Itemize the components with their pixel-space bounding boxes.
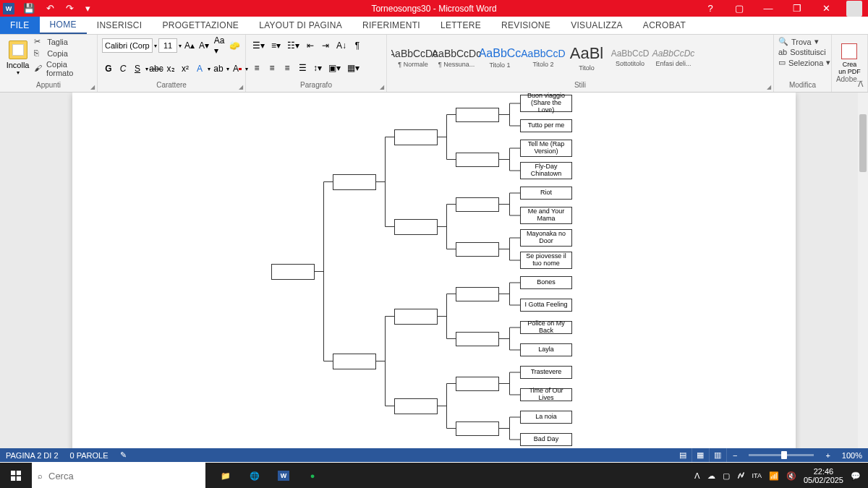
shrink-font-button[interactable]: A▾ — [197, 38, 210, 53]
proofing-icon[interactable]: ✎ — [114, 450, 132, 460]
paste-button[interactable]: Incolla ▾ — [4, 37, 31, 79]
taskbar-search[interactable]: ⌕ — [32, 463, 205, 488]
tab-insert[interactable]: INSERISCI — [87, 17, 153, 34]
qat-customize-button[interactable]: ▾ — [82, 3, 93, 14]
italic-button[interactable]: C — [116, 61, 129, 76]
cut-button[interactable]: ✂Taglia — [34, 37, 93, 47]
style-item-1[interactable]: AaBbCcDc¶ Nessuna... — [435, 37, 478, 79]
zoom-in-button[interactable]: + — [820, 451, 835, 460]
grow-font-button[interactable]: A▴ — [183, 38, 196, 53]
create-pdf-button[interactable]: Creaun PDF — [838, 43, 861, 75]
select-button[interactable]: ▭Seleziona ▾ — [778, 58, 827, 67]
font-size-combo[interactable] — [158, 38, 177, 53]
scrollbar-thumb[interactable] — [859, 114, 867, 172]
style-item-2[interactable]: AaBbCcTitolo 1 — [478, 37, 522, 79]
zoom-slider[interactable] — [749, 454, 814, 456]
web-layout-button[interactable]: ▥ — [710, 448, 727, 462]
tab-layout[interactable]: LAYOUT DI PAGINA — [249, 17, 352, 34]
ribbon-tabs: FILE HOME INSERISCI PROGETTAZIONE LAYOUT… — [0, 17, 868, 35]
tray-notifications-icon[interactable]: 💬 — [851, 471, 861, 481]
clear-format-button[interactable]: 🧽 — [228, 38, 241, 53]
read-mode-button[interactable]: ▤ — [675, 448, 692, 462]
subscript-button[interactable]: x₂ — [164, 61, 177, 76]
tab-mailings[interactable]: LETTERE — [430, 17, 491, 34]
strike-button[interactable]: abc — [150, 61, 163, 76]
align-left-button[interactable]: ≡ — [250, 61, 263, 75]
word-count[interactable]: 0 PAROLE — [64, 451, 114, 460]
qat-undo-button[interactable]: ↶ — [43, 3, 57, 14]
tab-view[interactable]: VISUALIZZA — [561, 17, 633, 34]
zoom-out-button[interactable]: − — [727, 451, 743, 460]
zoom-level[interactable]: 100% — [836, 451, 868, 460]
change-case-button[interactable]: Aa ▾ — [212, 38, 226, 53]
taskbar-search-input[interactable] — [48, 471, 200, 481]
print-layout-button[interactable]: ▦ — [692, 448, 710, 462]
taskbar-word[interactable]: W — [269, 463, 298, 488]
taskbar-spotify[interactable]: ● — [298, 463, 327, 488]
tray-onedrive-icon[interactable]: ☁ — [707, 471, 715, 481]
align-center-button[interactable]: ≡ — [265, 61, 278, 75]
maximize-button[interactable]: ❐ — [783, 0, 812, 17]
tray-meet-icon[interactable]: ▢ — [723, 471, 730, 481]
style-item-4[interactable]: AaBlTitolo — [565, 37, 608, 79]
style-item-5[interactable]: AaBbCcDSottotitolo — [608, 37, 652, 79]
tab-acrobat[interactable]: ACROBAT — [633, 17, 696, 34]
font-dialog-launcher[interactable]: ◢ — [239, 84, 243, 90]
style-item-0[interactable]: AaBbCcDc¶ Normale — [391, 37, 435, 79]
help-button[interactable]: ? — [696, 0, 725, 17]
style-item-6[interactable]: AaBbCcDcEnfasi deli... — [652, 37, 695, 79]
tray-language[interactable]: ITA — [752, 472, 762, 479]
indent-inc-button[interactable]: ⇥ — [319, 38, 332, 53]
tab-file[interactable]: FILE — [0, 17, 40, 34]
font-color-button[interactable]: A — [231, 61, 244, 76]
tray-clock[interactable]: 22:46 05/02/2025 — [804, 467, 843, 484]
taskbar-chrome[interactable]: 🌐 — [240, 463, 269, 488]
numbering-button[interactable]: ≡▾ — [269, 38, 283, 53]
copy-button[interactable]: ⎘Copia — [34, 48, 93, 59]
tab-references[interactable]: RIFERIMENTI — [352, 17, 430, 34]
show-marks-button[interactable]: ¶ — [351, 38, 364, 53]
format-painter-button[interactable]: 🖌Copia formato — [34, 60, 93, 77]
page-indicator[interactable]: PAGINA 2 DI 2 — [0, 451, 64, 460]
indent-dec-button[interactable]: ⇤ — [304, 38, 317, 53]
qat-redo-button[interactable]: ↷ — [63, 3, 77, 14]
justify-button[interactable]: ☰ — [296, 61, 309, 75]
tray-wifi-icon[interactable]: 📶 — [769, 471, 779, 481]
tab-design[interactable]: PROGETTAZIONE — [152, 17, 249, 34]
bullets-button[interactable]: ☰▾ — [250, 38, 267, 53]
borders-button[interactable]: ▦▾ — [345, 61, 362, 75]
align-right-button[interactable]: ≡ — [281, 61, 294, 75]
font-name-combo[interactable] — [102, 38, 153, 53]
minimize-button[interactable]: — — [754, 0, 783, 17]
tray-battery-icon[interactable]: 🗲 — [737, 471, 745, 480]
style-item-3[interactable]: AaBbCcDTitolo 2 — [522, 37, 565, 79]
find-button[interactable]: 🔍Trova ▾ — [778, 37, 827, 46]
line-spacing-button[interactable]: ↕▾ — [311, 61, 324, 75]
tray-chevron[interactable]: ᐱ — [694, 471, 700, 481]
multilevel-button[interactable]: ☷▾ — [285, 38, 302, 53]
styles-dialog-launcher[interactable]: ◢ — [767, 84, 771, 90]
underline-button[interactable]: S — [131, 61, 144, 76]
tab-home[interactable]: HOME — [40, 17, 87, 34]
clipboard-dialog-launcher[interactable]: ◢ — [90, 84, 95, 90]
tray-volume-icon[interactable]: 🔇 — [786, 471, 796, 481]
vertical-scrollbar[interactable] — [858, 93, 868, 448]
document-area[interactable]: Buon viaggio (Share the Love)Tutto per m… — [0, 93, 868, 448]
paragraph-dialog-launcher[interactable]: ◢ — [380, 84, 384, 90]
qat-save-button[interactable]: 💾 — [20, 3, 38, 14]
superscript-button[interactable]: x² — [179, 61, 192, 76]
taskbar-explorer[interactable]: 📁 — [211, 463, 240, 488]
start-button[interactable] — [0, 463, 32, 488]
shading-button[interactable]: ▣▾ — [326, 61, 343, 75]
highlight-button[interactable]: ab — [212, 61, 225, 76]
sort-button[interactable]: A↓ — [334, 38, 349, 53]
user-avatar[interactable] — [846, 1, 862, 17]
tab-review[interactable]: REVISIONE — [491, 17, 561, 34]
close-button[interactable]: ✕ — [812, 0, 841, 17]
cursor-icon: ▭ — [778, 58, 786, 67]
bold-button[interactable]: G — [102, 61, 115, 76]
replace-button[interactable]: abSostituisci — [778, 48, 827, 56]
ribbon-options-button[interactable]: ▢ — [725, 0, 754, 17]
collapse-ribbon-button[interactable]: ᐱ — [858, 80, 864, 89]
text-effects-button[interactable]: A — [193, 61, 206, 76]
